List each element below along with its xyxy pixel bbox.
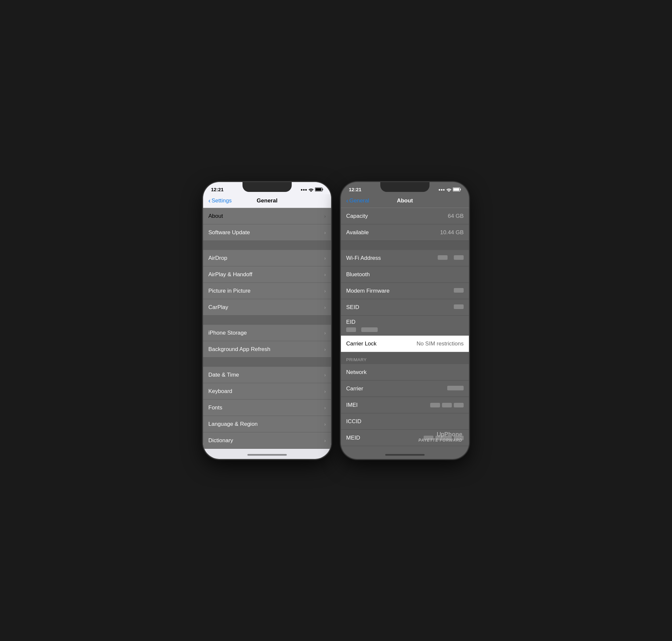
chevron-icon: ›: [324, 372, 326, 378]
section-airdrop: AirDrop › AirPlay & Handoff › Picture in…: [203, 250, 331, 316]
list-item[interactable]: Background App Refresh ›: [203, 341, 331, 357]
chevron-icon: ›: [324, 213, 326, 219]
row-label: Picture in Picture: [209, 288, 324, 294]
chevron-icon: ›: [324, 405, 326, 410]
status-icons: ●●●: [439, 187, 461, 192]
right-screen: 12:21 ●●● ‹ General: [341, 182, 469, 459]
row-label: About: [209, 213, 324, 219]
list-item[interactable]: Software Update ›: [203, 224, 331, 241]
list-item: EID: [341, 316, 469, 336]
blurred-value: [454, 403, 463, 407]
row-label: Dictionary: [209, 437, 324, 444]
blurred-value: [447, 386, 463, 390]
watermark-pf: PAYETTE FORWARD: [418, 438, 462, 442]
watermark: UpPhone PAYETTE FORWARD: [418, 431, 462, 442]
row-label: AirDrop: [209, 255, 324, 261]
back-button[interactable]: ‹ Settings: [209, 197, 247, 204]
chevron-icon: ›: [324, 288, 326, 294]
row-label: Available: [346, 229, 440, 236]
row-label: Carrier: [346, 385, 447, 392]
eid-value: [346, 327, 463, 332]
row-label: ICCID: [346, 418, 463, 425]
blurred-value: [454, 288, 463, 292]
chevron-icon: ›: [324, 304, 326, 310]
notch: [380, 182, 430, 192]
about-list: Capacity 64 GB Available 10.44 GB Wi-Fi …: [341, 208, 469, 455]
notch: [242, 182, 292, 192]
section-divider: [203, 357, 331, 367]
carrier-lock-row: Carrier Lock No SIM restrictions: [341, 336, 469, 352]
back-label: Settings: [212, 197, 232, 204]
back-arrow-icon: ‹: [209, 197, 211, 204]
list-item: Carrier: [341, 381, 469, 397]
left-iphone: 12:21 ●●● ‹ Settings: [203, 182, 331, 459]
blurred-value: [454, 304, 463, 309]
chevron-icon: ›: [324, 230, 326, 235]
status-icons: ●●●: [300, 187, 323, 192]
list-item[interactable]: Dictionary ›: [203, 432, 331, 449]
section-datetime: Date & Time › Keyboard › Fonts › Languag…: [203, 367, 331, 449]
list-item[interactable]: AirDrop ›: [203, 250, 331, 267]
list-item[interactable]: Fonts ›: [203, 399, 331, 416]
list-item[interactable]: Keyboard ›: [203, 383, 331, 399]
page-title: About: [385, 197, 424, 204]
page-title: General: [247, 197, 286, 204]
blurred-value: [346, 327, 356, 332]
list-item[interactable]: iPhone Storage ›: [203, 325, 331, 341]
chevron-icon: ›: [324, 421, 326, 427]
row-label: AirPlay & Handoff: [209, 271, 324, 278]
blurred-value: [454, 255, 463, 260]
list-item[interactable]: About ›: [203, 208, 331, 224]
nav-bar: ‹ Settings General: [203, 194, 331, 208]
list-item: Network: [341, 364, 469, 381]
wifi-icon: [308, 188, 314, 192]
section-network-info: Wi-Fi Address Bluetooth Modem Firmware: [341, 250, 469, 336]
list-item: Available 10.44 GB: [341, 224, 469, 241]
chevron-icon: ›: [324, 388, 326, 394]
row-label: Network: [346, 369, 463, 376]
blurred-value: [430, 403, 440, 407]
chevron-icon: ›: [324, 272, 326, 277]
chevron-icon: ›: [324, 346, 326, 352]
home-indicator: [247, 454, 287, 456]
time-display: 12:21: [349, 187, 361, 192]
list-item[interactable]: Picture in Picture ›: [203, 283, 331, 299]
list-item[interactable]: Language & Region ›: [203, 416, 331, 432]
row-label: Wi-Fi Address: [346, 255, 438, 261]
section-storage: iPhone Storage › Background App Refresh …: [203, 325, 331, 357]
section-divider: [341, 241, 469, 250]
list-item: SEID: [341, 299, 469, 316]
svg-rect-1: [323, 189, 323, 190]
row-value: [438, 255, 463, 261]
svg-rect-2: [315, 188, 322, 191]
section-divider: [203, 241, 331, 250]
chevron-icon: ›: [324, 255, 326, 261]
blurred-value: [438, 255, 447, 260]
row-value: No SIM restrictions: [416, 341, 463, 347]
row-label: CarPlay: [209, 304, 324, 311]
row-label: Carrier Lock: [346, 341, 416, 347]
time-display: 12:21: [211, 187, 224, 192]
row-label: Software Update: [209, 229, 324, 236]
section-header-primary: PRIMARY: [341, 352, 469, 364]
row-label: iPhone Storage: [209, 330, 324, 336]
row-value: [454, 304, 463, 311]
row-value: [447, 385, 463, 392]
signal-icon: ●●●: [300, 188, 307, 192]
signal-icon: ●●●: [439, 188, 445, 192]
list-item[interactable]: AirPlay & Handoff ›: [203, 267, 331, 283]
list-item[interactable]: CarPlay ›: [203, 299, 331, 316]
back-button[interactable]: ‹ General: [346, 197, 385, 204]
svg-rect-4: [460, 189, 461, 190]
list-item: ICCID: [341, 413, 469, 430]
left-screen: 12:21 ●●● ‹ Settings: [203, 182, 331, 459]
settings-list: About › Software Update › AirDrop ›: [203, 208, 331, 455]
chevron-icon: ›: [324, 438, 326, 443]
blurred-value: [361, 327, 378, 332]
row-label: Background App Refresh: [209, 346, 324, 353]
home-indicator: [385, 454, 425, 456]
row-label: Keyboard: [209, 388, 324, 395]
list-item[interactable]: Date & Time ›: [203, 367, 331, 383]
section-about: About › Software Update ›: [203, 208, 331, 241]
row-label: MEID: [346, 435, 424, 441]
